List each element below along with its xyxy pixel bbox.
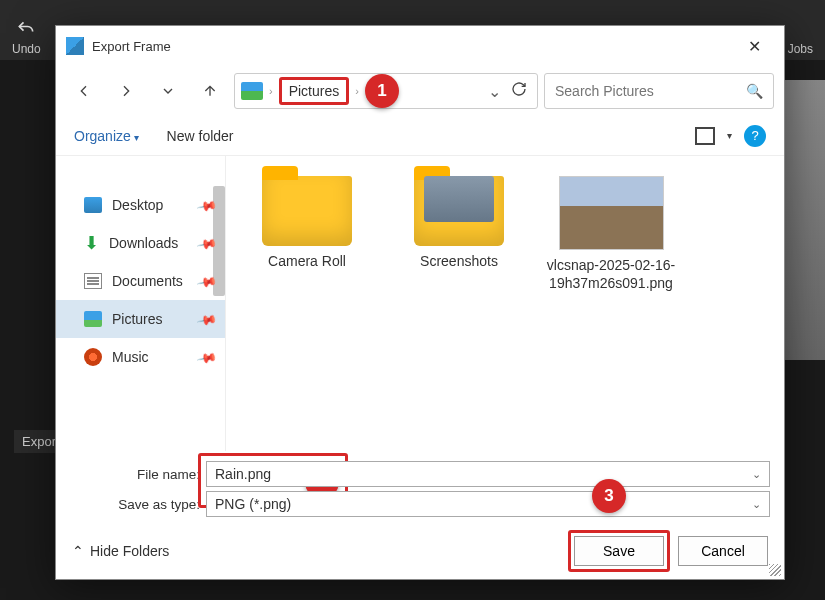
file-name-label: File name: [70, 467, 200, 482]
pin-icon: 📌 [196, 346, 218, 367]
hide-folders-button[interactable]: Hide Folders [72, 543, 169, 559]
refresh-icon[interactable] [511, 81, 527, 101]
export-frame-dialog: Export Frame ✕ › Pictures › 1 ⌄ 🔍 Organi… [55, 25, 785, 580]
app-icon [66, 37, 84, 55]
sidebar-item-music[interactable]: Music📌 [56, 338, 225, 376]
nav-up-button[interactable] [192, 73, 228, 109]
file-list: Camera Roll Screenshots vlcsnap-2025-02-… [226, 156, 784, 451]
resize-handle[interactable] [769, 564, 781, 576]
file-label: vlcsnap-2025-02-16-19h37m26s091.png [546, 256, 676, 292]
chevron-down-icon[interactable]: ▾ [727, 130, 732, 141]
bottom-row: Hide Folders 3 Save Cancel [56, 523, 784, 579]
music-icon [84, 348, 102, 366]
file-label: Camera Roll [268, 252, 346, 270]
nav-recent-button[interactable] [150, 73, 186, 109]
folder-icon [262, 176, 352, 246]
undo-icon [15, 18, 37, 40]
chevron-right-icon: › [269, 85, 273, 97]
folder-icon [414, 176, 504, 246]
nav-row: › Pictures › 1 ⌄ 🔍 [56, 66, 784, 116]
save-type-select[interactable]: PNG (*.png)⌄ [206, 491, 770, 517]
nav-back-button[interactable] [66, 73, 102, 109]
desktop-icon [84, 197, 102, 213]
folder-screenshots[interactable]: Screenshots [394, 176, 524, 270]
close-button[interactable]: ✕ [734, 31, 774, 61]
sidebar-item-downloads[interactable]: ⬇Downloads📌 [56, 224, 225, 262]
search-input[interactable] [555, 83, 746, 99]
chevron-down-icon[interactable]: ⌄ [752, 498, 761, 511]
chevron-right-icon: › [355, 85, 359, 97]
view-mode-button[interactable] [695, 127, 715, 145]
document-icon [84, 273, 102, 289]
sidebar-item-pictures[interactable]: Pictures📌 [56, 300, 225, 338]
nav-forward-button[interactable] [108, 73, 144, 109]
chevron-down-icon[interactable]: ⌄ [752, 468, 761, 481]
annotation-step-3: 3 [592, 479, 626, 513]
background-preview [785, 80, 825, 360]
folder-thumbnail [424, 176, 494, 222]
help-button[interactable]: ? [744, 125, 766, 147]
image-thumbnail [559, 176, 664, 250]
new-folder-button[interactable]: New folder [167, 128, 234, 144]
save-type-label: Save as type: [70, 497, 200, 512]
sidebar-item-label: Documents [112, 273, 183, 289]
toolbar-row: Organize New folder ▾ ? [56, 116, 784, 156]
file-vlcsnap[interactable]: vlcsnap-2025-02-16-19h37m26s091.png [546, 176, 676, 292]
pictures-icon [84, 311, 102, 327]
file-label: Screenshots [420, 252, 498, 270]
organize-button[interactable]: Organize [74, 128, 139, 144]
sidebar-item-label: Pictures [112, 311, 163, 327]
chevron-down-icon[interactable]: ⌄ [488, 82, 501, 101]
download-icon: ⬇ [84, 234, 99, 252]
sidebar-item-desktop[interactable]: Desktop📌 [56, 186, 225, 224]
save-button[interactable]: Save [574, 536, 664, 566]
breadcrumb-pictures[interactable]: Pictures [279, 77, 350, 105]
form-area: 2 File name: Rain.png⌄ Save as type: PNG… [56, 451, 784, 523]
file-name-input[interactable]: Rain.png⌄ [206, 461, 770, 487]
sidebar: Desktop📌 ⬇Downloads📌 Documents📌 Pictures… [56, 156, 226, 451]
sidebar-item-label: Downloads [109, 235, 178, 251]
pictures-lib-icon [241, 82, 263, 100]
title-bar: Export Frame ✕ [56, 26, 784, 66]
sidebar-item-documents[interactable]: Documents📌 [56, 262, 225, 300]
dialog-title: Export Frame [92, 39, 734, 54]
folder-camera-roll[interactable]: Camera Roll [242, 176, 372, 270]
annotation-step-1: 1 [365, 74, 399, 108]
address-bar[interactable]: › Pictures › 1 ⌄ [234, 73, 538, 109]
cancel-button[interactable]: Cancel [678, 536, 768, 566]
sidebar-item-label: Desktop [112, 197, 163, 213]
search-icon[interactable]: 🔍 [746, 83, 763, 99]
sidebar-item-label: Music [112, 349, 149, 365]
search-box[interactable]: 🔍 [544, 73, 774, 109]
pin-icon: 📌 [196, 308, 218, 329]
